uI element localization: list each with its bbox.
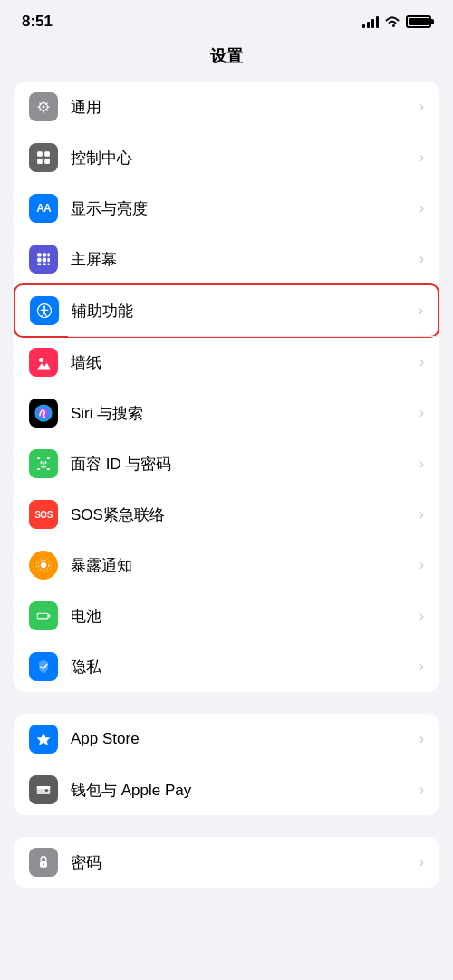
- status-time: 8:51: [22, 13, 53, 31]
- wallet-label: 钱包与 Apple Pay: [71, 780, 419, 801]
- settings-group-0: 通用›控制中心›AA显示与亮度›主屏幕›辅助功能›墙纸›Siri 与搜索›面容 …: [14, 82, 439, 692]
- svg-point-38: [41, 562, 46, 568]
- svg-rect-19: [47, 258, 50, 262]
- status-icons: [362, 15, 431, 28]
- svg-rect-14: [37, 253, 41, 256]
- settings-row-wallpaper[interactable]: 墙纸›: [14, 337, 439, 388]
- exposure-chevron: ›: [419, 557, 424, 573]
- svg-rect-42: [49, 614, 51, 617]
- settings-group-1: App Store›钱包与 Apple Pay›: [14, 714, 439, 815]
- password-label: 密码: [71, 852, 419, 873]
- svg-rect-46: [37, 786, 51, 787]
- accessibility-chevron: ›: [419, 303, 423, 319]
- svg-rect-13: [44, 159, 50, 164]
- svg-point-30: [34, 404, 52, 421]
- battery-icon: [29, 601, 58, 630]
- settings-row-exposure[interactable]: 暴露通知›: [14, 540, 439, 591]
- home-screen-chevron: ›: [419, 251, 424, 267]
- settings-group-2: 密码›: [14, 837, 439, 888]
- svg-rect-34: [47, 468, 50, 470]
- siri-icon: [29, 399, 58, 428]
- svg-rect-33: [37, 468, 40, 470]
- status-bar: 8:51: [0, 0, 453, 38]
- control-center-icon: [29, 143, 58, 172]
- settings-row-sos[interactable]: SOSSOS紧急联络›: [14, 489, 439, 540]
- sos-label: SOS紧急联络: [71, 504, 419, 525]
- appstore-icon: [29, 725, 58, 754]
- accessibility-label: 辅助功能: [72, 301, 419, 322]
- display-label: 显示与亮度: [71, 198, 419, 219]
- svg-rect-22: [47, 263, 50, 265]
- exposure-label: 暴露通知: [71, 555, 419, 576]
- settings-row-accessibility[interactable]: 辅助功能›: [14, 283, 439, 338]
- privacy-label: 隐私: [71, 657, 419, 677]
- display-chevron: ›: [419, 200, 424, 216]
- signal-icon: [362, 15, 379, 28]
- battery-label: 电池: [71, 606, 419, 627]
- faceid-icon: [29, 449, 58, 478]
- exposure-icon: [29, 551, 58, 580]
- wallet-icon: [29, 775, 58, 804]
- svg-point-24: [43, 305, 46, 308]
- battery-chevron: ›: [419, 608, 424, 624]
- siri-label: Siri 与搜索: [71, 403, 419, 424]
- home-screen-icon: [29, 245, 58, 274]
- wallet-chevron: ›: [419, 782, 424, 798]
- wifi-icon: [384, 15, 400, 28]
- svg-rect-16: [47, 253, 50, 256]
- svg-rect-43: [38, 614, 48, 619]
- settings-row-battery[interactable]: 电池›: [14, 591, 439, 641]
- settings-row-control-center[interactable]: 控制中心›: [14, 132, 439, 183]
- home-screen-label: 主屏幕: [71, 249, 419, 270]
- svg-rect-10: [37, 151, 43, 157]
- svg-rect-17: [37, 258, 41, 262]
- settings-row-password[interactable]: 密码›: [14, 837, 439, 888]
- display-icon: AA: [29, 194, 58, 223]
- page-title: 设置: [0, 38, 453, 82]
- siri-chevron: ›: [419, 405, 424, 421]
- svg-rect-31: [37, 457, 40, 459]
- svg-rect-21: [43, 263, 46, 265]
- password-chevron: ›: [419, 854, 424, 870]
- settings-row-home-screen[interactable]: 主屏幕›: [14, 234, 439, 284]
- battery-icon: [406, 15, 431, 28]
- sos-icon: SOS: [29, 500, 58, 529]
- svg-rect-11: [44, 151, 50, 157]
- sos-chevron: ›: [419, 506, 424, 523]
- privacy-chevron: ›: [419, 658, 424, 675]
- general-icon: [29, 92, 58, 121]
- wallpaper-icon: [29, 348, 58, 377]
- password-icon: [29, 848, 58, 877]
- settings-row-privacy[interactable]: 隐私›: [14, 641, 439, 692]
- control-center-label: 控制中心: [71, 148, 419, 168]
- appstore-chevron: ›: [419, 731, 424, 747]
- privacy-icon: [29, 652, 58, 681]
- svg-rect-20: [37, 263, 41, 265]
- settings-row-faceid[interactable]: 面容 ID 与密码›: [14, 438, 439, 489]
- faceid-chevron: ›: [419, 456, 424, 472]
- settings-row-appstore[interactable]: App Store›: [14, 714, 439, 764]
- svg-point-1: [42, 105, 44, 108]
- svg-rect-18: [43, 258, 46, 262]
- svg-rect-15: [43, 253, 46, 256]
- wallpaper-chevron: ›: [419, 354, 424, 370]
- svg-rect-32: [47, 457, 50, 459]
- general-chevron: ›: [419, 99, 424, 115]
- wallpaper-label: 墙纸: [71, 352, 419, 373]
- svg-point-47: [45, 789, 48, 792]
- appstore-label: App Store: [71, 730, 419, 748]
- svg-line-28: [44, 313, 47, 317]
- accessibility-icon: [30, 296, 59, 325]
- svg-point-49: [43, 863, 44, 865]
- settings-row-display[interactable]: AA显示与亮度›: [14, 183, 439, 234]
- svg-point-29: [39, 358, 43, 362]
- settings-row-siri[interactable]: Siri 与搜索›: [14, 388, 439, 438]
- general-label: 通用: [71, 97, 419, 118]
- control-center-chevron: ›: [419, 149, 424, 166]
- faceid-label: 面容 ID 与密码: [71, 454, 419, 475]
- svg-rect-12: [37, 159, 43, 164]
- settings-row-wallet[interactable]: 钱包与 Apple Pay›: [14, 764, 439, 815]
- settings-row-general[interactable]: 通用›: [14, 82, 439, 132]
